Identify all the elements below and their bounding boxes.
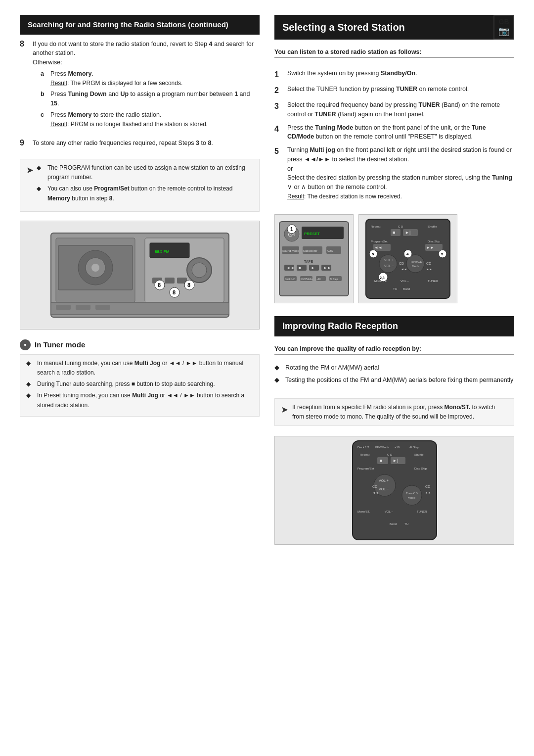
svg-text:►|: ►| (405, 230, 410, 235)
improve-header: Improving Radio Reception (274, 316, 514, 336)
improve-bullet-2: ◆ Testing the positions of the FM and AM… (274, 375, 514, 385)
svg-point-4 (192, 263, 207, 278)
tuner-note-3: ◆ In Preset tuning mode, you can use Mul… (26, 391, 253, 410)
tuner-note-1: ◆ In manual tuning mode, you can use Mul… (26, 359, 253, 378)
svg-text:►►: ►► (323, 266, 331, 270)
left-column: Searching for and Storing the Radio Stat… (20, 15, 260, 594)
right-step-4: 4 Press the Tuning Mode button on the fr… (274, 123, 514, 142)
right-step-2-num: 2 (274, 85, 283, 96)
step-9-num: 9 (20, 139, 29, 147)
tuner-section: ● In Tuner mode ◆ In manual tuning mode,… (20, 339, 260, 417)
svg-text:Program/Set: Program/Set (357, 467, 374, 470)
svg-text:Tune/CD: Tune/CD (410, 260, 422, 263)
svg-text:TU: TU (404, 522, 408, 525)
notes-box: ➤ ◆ The PROGRAM function can be used to … (20, 159, 260, 212)
improve-bullet-text-2: Testing the positions of the FM and AM(M… (285, 375, 513, 385)
front-panel-small: ⏻/I PRESET Sound Mode Subwoofer AUX TAPE (274, 214, 354, 303)
svg-point-19 (91, 264, 99, 272)
improve-note: ➤ If reception from a specific FM radio … (274, 398, 514, 426)
svg-rect-22 (76, 305, 90, 310)
svg-text:■: ■ (393, 230, 395, 235)
right-subtitle-text: You can listen to a stored radio station… (274, 48, 422, 55)
sub-label-c: c (41, 110, 47, 129)
svg-rect-58 (391, 229, 400, 236)
svg-text:◄◄: ◄◄ (372, 491, 378, 494)
improve-bullet-icon-2: ◆ (274, 375, 282, 385)
step-8-otherwise: Otherwise: (33, 59, 62, 66)
svg-text:88.5 FM: 88.5 FM (155, 249, 170, 254)
svg-text:Repeat: Repeat (360, 453, 370, 456)
svg-text:CD: CD (426, 262, 431, 265)
svg-text:TAPE: TAPE (304, 260, 313, 263)
svg-text:◄◄: ◄◄ (374, 245, 382, 250)
svg-text:8: 8 (173, 289, 176, 295)
svg-text:CD: CD (425, 485, 430, 488)
left-section-header: Searching for and Storing the Radio Stat… (20, 15, 260, 35)
svg-text:8: 8 (187, 282, 190, 288)
svg-text:AUX: AUX (327, 249, 333, 252)
svg-text:+10: +10 (316, 278, 321, 281)
device-svg: 88.5 FM 8 8 8 (46, 226, 234, 325)
right-step-1-num: 1 (274, 69, 283, 81)
right-step-2-content: Select the TUNER function by pressing TU… (287, 85, 469, 94)
svg-text:Mono/ST.: Mono/ST. (357, 510, 370, 513)
right-section-title: Selecting a Stored Station (282, 22, 405, 33)
tuner-header: ● In Tuner mode (20, 339, 260, 350)
right-step-5: 5 Turning Multi jog on the front panel l… (274, 145, 514, 201)
improve-bullets: ◆ Rotating the FM or AM(MW) aerial ◆ Tes… (274, 363, 514, 388)
tuner-note-text-2: During Tuner auto searching, press ■ but… (37, 379, 215, 389)
step-8: 8 If you do not want to store the radio … (20, 40, 260, 131)
svg-text:Mode: Mode (412, 265, 420, 268)
improve-title: Improving Radio Reception (282, 321, 398, 331)
svg-text:◄◄: ◄◄ (401, 268, 407, 271)
svg-text:+10: +10 (395, 446, 400, 449)
svg-text:■: ■ (380, 458, 382, 463)
svg-text:Tune/CD: Tune/CD (406, 492, 418, 495)
note-text-2: You can also use Program/Set button on t… (47, 184, 253, 203)
tuner-title: In Tuner mode (35, 340, 85, 349)
right-step-4-num: 4 (274, 123, 283, 135)
svg-text:1: 1 (290, 227, 293, 232)
svg-text:C D: C D (387, 453, 393, 456)
svg-text:8: 8 (158, 282, 161, 288)
improve-note-text: If reception from a specific FM radio st… (292, 403, 508, 422)
sub-label-a: a (41, 69, 47, 88)
bottom-remote-svg: Deck 1/2 REV/Mode +10 AI Step Repeat C D… (308, 438, 481, 542)
svg-text:TUNER: TUNER (417, 510, 427, 513)
sub-step-c: c Press Memory to store the radio statio… (41, 110, 260, 129)
right-step-3: 3 Select the required frequency band by … (274, 100, 514, 119)
svg-text:C D: C D (398, 225, 403, 228)
svg-text:Band: Band (403, 287, 410, 290)
svg-text:Band: Band (390, 522, 397, 525)
svg-text:2,3: 2,3 (380, 276, 385, 280)
svg-text:Shuffle: Shuffle (428, 225, 437, 228)
arrow-icon-row: ➤ ◆ The PROGRAM function can be used to … (26, 163, 253, 205)
right-section-header: Selecting a Stored Station (274, 15, 514, 40)
svg-rect-21 (56, 305, 71, 310)
svg-rect-38 (297, 265, 307, 271)
result-a: Result: The PRGM is displayed for a few … (50, 80, 182, 87)
improve-subtitle: You can improve the quality of radio rec… (274, 345, 514, 355)
sub-step-b: b Press Tuning Down and Up to assign a p… (41, 90, 260, 108)
sub-content-a: Press Memory. Result: The PRGM is displa… (50, 69, 182, 88)
tuner-circle-icon: ● (20, 339, 31, 350)
svg-text:VOL −: VOL − (384, 264, 394, 268)
svg-text:VOL +: VOL + (379, 479, 389, 482)
svg-text:►|: ►| (393, 458, 398, 463)
right-result: Result: The desired station is now recei… (287, 193, 402, 200)
svg-text:AI Step: AI Step (330, 278, 338, 281)
remotes-row: ⏻/I PRESET Sound Mode Subwoofer AUX TAPE (274, 214, 514, 303)
svg-text:Deck 1/2: Deck 1/2 (357, 446, 369, 449)
tuner-inner: ● (24, 342, 27, 347)
svg-text:PRESET: PRESET (304, 232, 320, 236)
svg-text:VOL +: VOL + (384, 258, 394, 262)
svg-text:Mode: Mode (408, 496, 416, 499)
svg-rect-23 (95, 305, 110, 310)
svg-text:Sound Mode: Sound Mode (282, 249, 300, 252)
sub-label-b: b (41, 90, 47, 108)
arrow-icon-2: ➤ (281, 403, 288, 422)
gb-badge: GB 📷 (493, 15, 514, 40)
improve-bullet-icon-1: ◆ (274, 363, 282, 373)
svg-text:CD: CD (372, 485, 377, 488)
svg-text:Program/Set: Program/Set (371, 240, 388, 243)
